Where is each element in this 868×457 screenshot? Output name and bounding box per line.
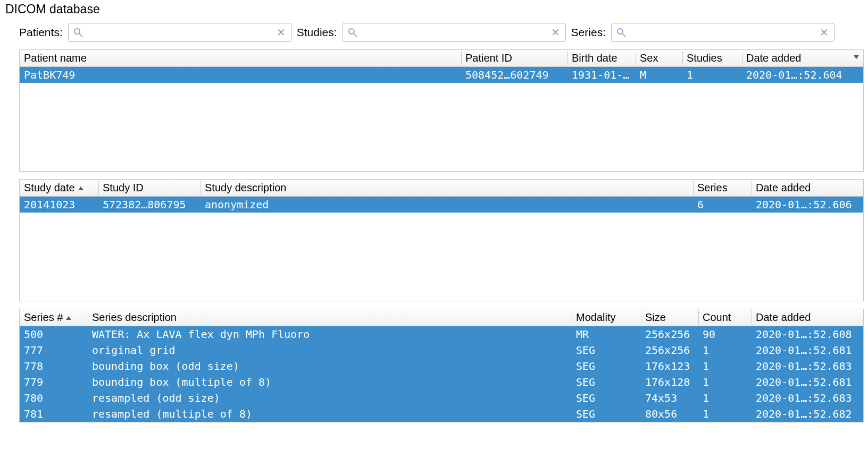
col-modality[interactable]: Modality	[572, 309, 641, 326]
cell: 2020-01…:52.683	[752, 390, 863, 406]
search-icon	[71, 25, 86, 40]
col-count[interactable]: Count	[698, 309, 752, 326]
col-study-date[interactable]: Study date	[20, 180, 98, 197]
cell: 6	[693, 197, 752, 213]
cell: M	[636, 67, 682, 83]
cell: resampled (odd size)	[88, 390, 572, 406]
cell: MR	[572, 326, 641, 343]
cell: 80x56	[641, 406, 698, 422]
table-row[interactable]: 777original gridSEG256x25612020-01…:52.6…	[20, 342, 863, 358]
cell: SEG	[572, 374, 641, 390]
col-birth-date[interactable]: Birth date	[567, 50, 636, 67]
table-row[interactable]: 781resampled (multiple of 8)SEG80x561202…	[20, 406, 863, 422]
cell: 2020-01…:52.681	[752, 342, 863, 358]
cell: anonymized	[201, 197, 693, 213]
table-row[interactable]: 780resampled (odd size)SEG74x5312020-01……	[20, 390, 863, 406]
table-row[interactable]: 779bounding box (multiple of 8)SEG176x12…	[20, 374, 863, 390]
cell: 256x256	[641, 342, 698, 358]
col-date-added[interactable]: Date added	[752, 309, 863, 326]
table-row[interactable]: PatBK749508452…6027491931-01-01M12020-01…	[20, 67, 863, 83]
studies-filter[interactable]: ✕	[343, 23, 566, 42]
col-patient-name[interactable]: Patient name	[20, 50, 461, 67]
cell: 2020-01…:52.608	[752, 326, 863, 343]
cell: resampled (multiple of 8)	[88, 406, 572, 422]
cell: 74x53	[641, 390, 698, 406]
patients-filter[interactable]: ✕	[68, 23, 291, 42]
clear-icon[interactable]: ✕	[548, 25, 563, 40]
table-row[interactable]: 20141023572382…806795anonymized62020-01……	[20, 197, 863, 213]
svg-point-2	[349, 29, 354, 34]
cell: 2020-01…:52.682	[752, 406, 863, 422]
studies-table: Study date Study ID Study description Se…	[20, 180, 863, 213]
studies-filter-input[interactable]	[360, 23, 548, 41]
cell: 176x123	[641, 358, 698, 374]
patients-filter-label: Patients:	[19, 26, 63, 39]
cell: 572382…806795	[98, 197, 201, 213]
cell: 777	[20, 342, 88, 358]
svg-line-5	[622, 33, 625, 37]
cell: 256x256	[641, 326, 698, 343]
cell: 2020-01…:52.606	[752, 197, 863, 213]
svg-point-4	[617, 29, 623, 34]
col-study-id[interactable]: Study ID	[98, 180, 201, 197]
series-filter-input[interactable]	[629, 23, 817, 41]
cell: 1	[698, 374, 752, 390]
col-patient-id[interactable]: Patient ID	[461, 50, 567, 67]
series-panel: Series # Series description Modality Siz…	[19, 309, 864, 422]
patients-table: Patient name Patient ID Birth date Sex S…	[20, 50, 863, 83]
sort-asc-icon	[78, 187, 84, 190]
series-filter-label: Series:	[571, 26, 606, 39]
cell: 780	[20, 390, 88, 406]
cell: 781	[20, 406, 88, 422]
col-series-description[interactable]: Series description	[88, 309, 572, 326]
studies-filter-label: Studies:	[297, 26, 337, 39]
col-study-description[interactable]: Study description	[201, 180, 693, 197]
cell: SEG	[572, 358, 641, 374]
cell: WATER: Ax LAVA flex dyn MPh Fluoro	[88, 326, 572, 343]
col-series-count[interactable]: Series	[693, 180, 752, 197]
cell: 779	[20, 374, 88, 390]
cell: 1	[682, 67, 742, 83]
search-icon	[345, 25, 360, 40]
cell: bounding box (odd size)	[88, 358, 572, 374]
cell: 20141023	[20, 197, 98, 213]
cell: 778	[20, 358, 88, 374]
svg-line-3	[354, 33, 357, 37]
cell: 2020-01…:52.683	[752, 358, 863, 374]
studies-panel: Study date Study ID Study description Se…	[19, 179, 864, 301]
clear-icon[interactable]: ✕	[817, 25, 832, 40]
cell: SEG	[572, 342, 641, 358]
cell: 2020-01…:52.681	[752, 374, 863, 390]
svg-line-1	[79, 33, 82, 37]
sort-desc-icon	[854, 55, 859, 59]
col-series-number[interactable]: Series #	[20, 309, 88, 326]
series-filter[interactable]: ✕	[611, 23, 834, 42]
col-sex[interactable]: Sex	[636, 50, 682, 67]
search-icon	[614, 25, 629, 40]
page-title: DICOM database	[5, 2, 864, 16]
sort-asc-icon	[66, 316, 71, 320]
patients-filter-input[interactable]	[86, 23, 274, 41]
cell: 1931-01-01	[567, 67, 636, 83]
patients-panel: Patient name Patient ID Birth date Sex S…	[19, 49, 864, 172]
col-date-added[interactable]: Date added	[752, 180, 863, 197]
cell: SEG	[572, 406, 641, 422]
filter-bar: Patients: ✕ Studies: ✕ Series: ✕	[4, 21, 864, 49]
cell: 1	[698, 342, 752, 358]
cell: 1	[698, 358, 752, 374]
table-row[interactable]: 500WATER: Ax LAVA flex dyn MPh FluoroMR2…	[20, 326, 863, 343]
col-studies[interactable]: Studies	[682, 50, 742, 67]
col-size[interactable]: Size	[641, 309, 698, 326]
cell: 500	[20, 326, 88, 343]
cell: 1	[698, 406, 752, 422]
col-date-added[interactable]: Date added	[742, 50, 863, 67]
series-table: Series # Series description Modality Siz…	[20, 309, 863, 422]
cell: original grid	[88, 342, 572, 358]
cell: 176x128	[641, 374, 698, 390]
cell: SEG	[572, 390, 641, 406]
cell: 90	[698, 326, 752, 343]
cell: 1	[698, 390, 752, 406]
table-row[interactable]: 778bounding box (odd size)SEG176x1231202…	[20, 358, 863, 374]
svg-point-0	[74, 29, 80, 34]
clear-icon[interactable]: ✕	[274, 25, 289, 40]
